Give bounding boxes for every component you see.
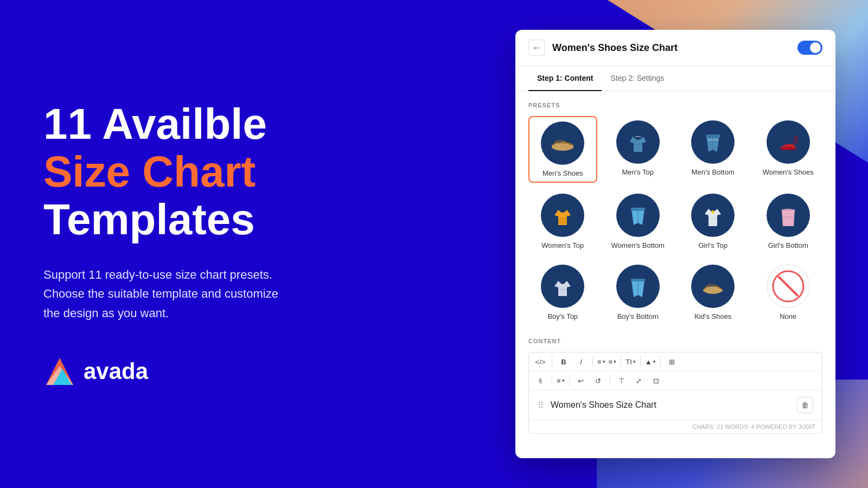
preset-icon-girls-top (691, 194, 735, 237)
window-title: Women's Shoes Size Chart (552, 42, 790, 54)
toolbar-symbol-btn[interactable]: § (533, 374, 547, 388)
preset-girls-top[interactable]: Girl's Top (679, 189, 748, 254)
svg-point-14 (772, 126, 805, 158)
editor-body: ⠿ Women's Shoes Size Chart 🗑 (529, 390, 822, 420)
preset-label-womens-bottom: Women's Bottom (611, 241, 665, 249)
sep4 (640, 356, 641, 367)
logo-area: avada (43, 355, 391, 388)
drag-handle[interactable]: ⠿ (538, 400, 544, 410)
preset-mens-shoes[interactable]: Men's Shoes (528, 116, 597, 183)
tab-content[interactable]: Step 1: Content (528, 66, 602, 91)
preset-womens-shoes[interactable]: Women's Shoes (754, 116, 823, 183)
editor-toolbar: </> B I ≡ ▾ ≡ ▾ TI ▾ ▲ ▾ ⊞ § (528, 352, 822, 434)
toolbar-redo-btn[interactable]: ↺ (591, 374, 605, 388)
headline-line1: 11 Availble (43, 100, 391, 148)
left-panel: 11 Availble Size Chart Templates Support… (0, 0, 434, 488)
sep2 (592, 356, 593, 367)
preset-icon-womens-bottom (616, 194, 660, 237)
preset-label-girls-top: Girl's Top (698, 241, 727, 249)
svg-rect-22 (631, 208, 645, 211)
preset-label-boys-bottom: Boy's Bottom (617, 312, 659, 320)
window-content: PRESETS Men's Shoes (515, 91, 835, 458)
headline-line3: Templates (43, 196, 391, 243)
preset-label-womens-shoes: Women's Shoes (763, 168, 814, 176)
preset-none[interactable]: None (754, 260, 823, 325)
tab-settings[interactable]: Step 2: Settings (602, 66, 673, 91)
editor-stats: CHARS: 21 WORDS: 4 POWERED BY JODIT (692, 423, 815, 430)
svg-point-24 (711, 210, 714, 214)
preset-girls-bottom[interactable]: Girl's Bottom (754, 189, 823, 254)
preset-icon-none (767, 265, 810, 308)
toolbar-undo-btn[interactable]: ↩ (574, 374, 588, 388)
preset-boys-bottom[interactable]: Boy's Bottom (604, 260, 673, 325)
preset-icon-boys-top (541, 265, 584, 308)
toolbar-format-btn[interactable]: ⊤ (615, 374, 629, 388)
tabs-bar: Step 1: Content Step 2: Settings (515, 66, 835, 91)
presets-label: PRESETS (528, 102, 822, 108)
toolbar-color-dropdown[interactable]: ▲ ▾ (645, 358, 656, 366)
toolbar-row-1: </> B I ≡ ▾ ≡ ▾ TI ▾ ▲ ▾ ⊞ (529, 352, 822, 371)
delete-content-btn[interactable]: 🗑 (797, 397, 813, 413)
app-window: ← Women's Shoes Size Chart Step 1: Conte… (515, 30, 835, 458)
back-button[interactable]: ← (528, 40, 545, 56)
description: Support 11 ready-to-use size chart prese… (43, 265, 347, 323)
sep3 (621, 356, 621, 367)
content-section: CONTENT </> B I ≡ ▾ ≡ ▾ TI ▾ ▲ ▾ ⊞ (528, 338, 822, 434)
preset-label-none: None (780, 312, 796, 320)
toolbar-align-dropdown[interactable]: ≡ ▾ (557, 377, 565, 385)
preset-womens-bottom[interactable]: Women's Bottom (604, 189, 673, 254)
preset-label-mens-bottom: Men's Bottom (692, 168, 735, 176)
preset-label-mens-shoes: Men's Shoes (542, 169, 583, 177)
preset-boys-top[interactable]: Boy's Top (528, 260, 597, 325)
svg-rect-12 (706, 134, 720, 138)
toolbar-text-style-dropdown[interactable]: TI ▾ (626, 358, 636, 366)
toolbar-table-btn[interactable]: ⊞ (665, 355, 679, 369)
preset-icon-boys-bottom (616, 265, 660, 308)
toolbar-list2-dropdown[interactable]: ≡ ▾ (609, 358, 617, 366)
preset-label-girls-bottom: Girl's Bottom (768, 241, 808, 249)
svg-point-15 (780, 147, 797, 150)
preset-label-mens-top: Men's Top (622, 168, 654, 176)
preset-label-boys-top: Boy's Top (547, 312, 578, 320)
editor-footer: CHARS: 21 WORDS: 4 POWERED BY JODIT (529, 420, 822, 433)
preset-label-kids-shoes: Kid's Shoes (694, 312, 731, 320)
sep5 (660, 356, 661, 367)
sep1 (552, 356, 552, 367)
toolbar-code-btn[interactable]: </> (533, 355, 547, 369)
logo-text: avada (84, 358, 148, 384)
sep8 (610, 375, 610, 386)
preset-womens-top[interactable]: Women's Top (528, 189, 597, 254)
preset-icon-kids-shoes (691, 265, 735, 308)
sep7 (569, 375, 570, 386)
svg-rect-35 (703, 289, 723, 292)
presets-grid: Men's Shoes Men's Top (528, 116, 822, 325)
preset-kids-shoes[interactable]: Kid's Shoes (679, 260, 748, 325)
toolbar-list-dropdown[interactable]: ≡ ▾ (597, 358, 605, 366)
preset-icon-mens-top (616, 120, 660, 164)
svg-rect-32 (631, 279, 645, 281)
toggle-switch[interactable] (797, 41, 822, 55)
content-label: CONTENT (528, 338, 822, 344)
toolbar-save-btn[interactable]: ⊡ (649, 374, 663, 388)
preset-icon-womens-shoes (767, 120, 810, 164)
preset-label-womens-top: Women's Top (541, 241, 584, 249)
preset-mens-top[interactable]: Men's Top (604, 116, 673, 183)
preset-mens-bottom[interactable]: Men's Bottom (679, 116, 748, 183)
window-header: ← Women's Shoes Size Chart (515, 30, 835, 66)
preset-icon-mens-shoes (541, 121, 584, 165)
sep6 (552, 375, 552, 386)
svg-rect-5 (552, 145, 573, 149)
toolbar-fullscreen-btn[interactable]: ⤢ (632, 374, 646, 388)
toolbar-italic-btn[interactable]: I (574, 355, 588, 369)
editor-content-text[interactable]: Women's Shoes Size Chart (551, 400, 656, 410)
toolbar-row-2: § ≡ ▾ ↩ ↺ ⊤ ⤢ ⊡ (529, 371, 822, 390)
toolbar-bold-btn[interactable]: B (557, 355, 571, 369)
preset-icon-girls-bottom (767, 194, 810, 237)
avada-logo-icon (43, 355, 76, 388)
preset-icon-mens-bottom (691, 120, 735, 164)
headline-line2: Size Chart (43, 148, 391, 196)
preset-icon-womens-top (541, 194, 584, 237)
